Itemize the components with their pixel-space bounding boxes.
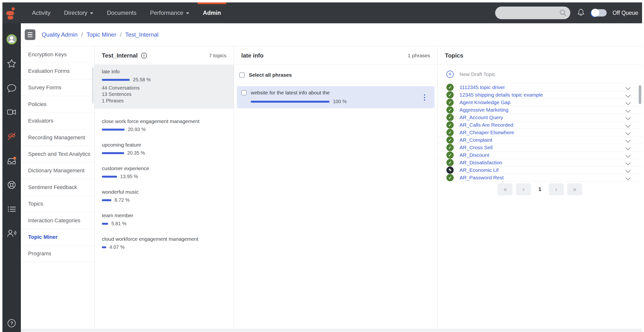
sidebar-item-programs[interactable]: Programs — [21, 246, 94, 262]
chevron-down-icon[interactable] — [626, 175, 631, 180]
last-page-button[interactable]: » — [567, 183, 582, 195]
topic-link-ar-calls-are-recorded[interactable]: AR_Calls Are Recorded — [460, 122, 513, 128]
nav-item-label: Activity — [32, 10, 50, 16]
chevron-down-icon[interactable] — [626, 92, 631, 97]
topic-library-row[interactable]: ✓AR_Complaint — [438, 136, 642, 144]
mined-topic-name: team member — [102, 213, 226, 218]
sidebar-item-encryption-keys[interactable]: Encryption Keys — [21, 46, 94, 63]
topic-library-row[interactable]: ✓12345 shipping details topic example — [438, 91, 642, 99]
sidebar-item-policies[interactable]: Policies — [21, 96, 94, 113]
topic-link-aggressive-marketing[interactable]: Aggressive Marketing — [460, 107, 508, 113]
chevron-down-icon[interactable] — [626, 167, 631, 173]
topic-link-ar-account-query[interactable]: AR_Account Query — [460, 115, 503, 120]
topic-library-row[interactable]: ✓AR_Cheaper Elsewhere — [438, 129, 642, 136]
topic-link-agent-knowledge-gap[interactable]: Agent Knowledge Gap — [460, 100, 510, 105]
nav-item-admin[interactable]: Admin — [196, 3, 228, 23]
prev-page-button[interactable]: ‹ — [516, 183, 531, 195]
breadcrumb-link-quality-admin[interactable]: Quality Admin — [42, 31, 78, 38]
topic-library-row[interactable]: ✓Agent Knowledge Gap — [438, 99, 642, 106]
nav-item-performance[interactable]: Performance — [143, 3, 196, 23]
sidebar-item-evaluators[interactable]: Evaluators — [21, 113, 94, 129]
new-draft-topic-button[interactable]: + New Draft Topic — [438, 65, 642, 84]
sidebar-item-topic-miner[interactable]: Topic Miner — [21, 229, 94, 245]
mined-topic-selected[interactable]: late info25.58 %44 Conversations13 Sente… — [94, 65, 234, 109]
topic-link-ar-dissatisfaction[interactable]: AR_Dissatisfaction — [460, 160, 502, 166]
inbox-badge-icon[interactable] — [6, 155, 17, 166]
topic-link-ar-complaint[interactable]: AR_Complaint — [460, 137, 492, 143]
chevron-down-icon[interactable] — [626, 152, 631, 158]
bottom-scroll-track[interactable] — [21, 329, 642, 332]
select-all-phrases[interactable]: Select all phrases — [234, 72, 438, 78]
chevron-down-icon[interactable] — [626, 115, 631, 120]
next-page-button[interactable]: › — [549, 183, 564, 195]
kebab-menu-icon[interactable]: ⋮ — [421, 94, 428, 101]
select-all-checkbox[interactable] — [239, 72, 245, 78]
topic-library-row[interactable]: ✓AR_Discount — [438, 151, 642, 159]
nav-item-documents[interactable]: Documents — [100, 3, 143, 23]
mined-topic-item[interactable]: cloud workforce engagement management4.0… — [94, 236, 234, 250]
chevron-down-icon[interactable] — [626, 100, 631, 105]
favorites-star-icon[interactable] — [6, 58, 17, 69]
topic-link-ar-discount[interactable]: AR_Discount — [460, 152, 489, 158]
sidebar-item-survey-forms[interactable]: Survey Forms — [21, 80, 94, 96]
video-icon[interactable] — [6, 107, 17, 117]
notifications-bell-icon[interactable] — [576, 8, 586, 18]
sidebar-item-sentiment-feedback[interactable]: Sentiment Feedback — [21, 179, 94, 196]
topic-percent: 13.95 % — [120, 174, 138, 179]
user-presence-avatar[interactable] — [6, 34, 17, 45]
topic-library-row[interactable]: ✓AR_Account Query — [438, 114, 642, 121]
topic-link-ar-economic-lif[interactable]: AR_Economic Lif — [460, 167, 498, 173]
chevron-down-icon[interactable] — [626, 85, 631, 90]
chevron-down-icon[interactable] — [626, 122, 631, 127]
nav-item-activity[interactable]: Activity — [25, 3, 57, 23]
topic-library-row[interactable]: ✓Aggressive Marketing — [438, 106, 642, 114]
chevron-down-icon[interactable] — [626, 145, 631, 150]
topic-library-row[interactable]: ✎AR_Economic Lif — [438, 166, 642, 174]
sidebar-scrollbar[interactable] — [92, 67, 94, 104]
topic-link-12345-shipping-details-topic-example[interactable]: 12345 shipping details topic example — [460, 92, 543, 98]
topic-library-row[interactable]: ✓AR_Calls Are Recorded — [438, 121, 642, 129]
topic-link-ar-cross-sell[interactable]: AR_Cross Sell — [460, 145, 493, 150]
chevron-down-icon[interactable] — [626, 130, 631, 135]
search-wrap — [495, 7, 570, 19]
help-icon[interactable]: ? — [6, 318, 17, 328]
chevron-down-icon[interactable] — [626, 160, 631, 165]
sidebar-item-topics[interactable]: Topics — [21, 196, 94, 212]
phone-disabled-icon[interactable] — [6, 131, 17, 142]
chat-icon[interactable] — [6, 83, 17, 93]
sidebar-item-evaluation-forms[interactable]: Evaluation Forms — [21, 63, 94, 79]
chevron-down-icon[interactable] — [626, 137, 631, 142]
primary-nav: ActivityDirectoryDocumentsPerformanceAdm… — [25, 3, 228, 23]
agent-speaking-icon[interactable] — [6, 228, 17, 239]
queue-toggle[interactable] — [592, 9, 607, 17]
phrase-checkbox[interactable] — [241, 90, 246, 95]
topics-scrollbar[interactable] — [639, 85, 641, 104]
sidebar-item-interaction-categories[interactable]: Interaction Categories — [21, 212, 94, 229]
mined-topic-item[interactable]: wonderful music8.72 % — [94, 189, 234, 203]
breadcrumb-link-topic-miner[interactable]: Topic Miner — [86, 31, 116, 38]
topic-library-row[interactable]: ✓AR_Password Rest — [438, 174, 642, 182]
topic-library-row[interactable]: ✓AR_Dissatisfaction — [438, 159, 642, 166]
topic-link-ar-cheaper-elsewhere[interactable]: AR_Cheaper Elsewhere — [460, 130, 514, 135]
sidebar-item-dictionary-management[interactable]: Dictionary Management — [21, 163, 94, 179]
list-icon[interactable] — [6, 204, 17, 215]
mined-topic-item[interactable]: customer experience13.95 % — [94, 166, 234, 179]
topic-library-row[interactable]: ✓AR_Cross Sell — [438, 144, 642, 151]
chevron-down-icon[interactable] — [626, 107, 631, 112]
collapse-menu-button[interactable] — [25, 29, 36, 40]
first-page-button[interactable]: « — [498, 183, 512, 195]
topic-bar-row: 5.81 % — [102, 221, 226, 226]
phrase-row[interactable]: website for the latest info about the100… — [237, 86, 434, 108]
sidebar-item-recording-management[interactable]: Recording Management — [21, 129, 94, 146]
info-icon[interactable]: i — [141, 53, 147, 59]
topic-link-ar-password-rest[interactable]: AR_Password Rest — [460, 175, 504, 181]
mined-topic-item[interactable]: close work force engagement management20… — [94, 118, 234, 132]
topic-link-1112345-topic-driver[interactable]: 1112345 topic driver — [460, 85, 505, 90]
mined-topic-item[interactable]: team member5.81 % — [94, 213, 234, 226]
mined-topic-item[interactable]: upcoming feature20.35 % — [94, 142, 234, 156]
sidebar-item-speech-and-text-analytics[interactable]: Speech and Text Analytics — [21, 146, 94, 162]
topic-library-row[interactable]: ✓1112345 topic driver — [438, 84, 642, 91]
nav-item-directory[interactable]: Directory — [57, 3, 100, 23]
breadcrumb-link-test-internal[interactable]: Test_Internal — [125, 31, 158, 38]
support-lifering-icon[interactable] — [6, 180, 17, 190]
